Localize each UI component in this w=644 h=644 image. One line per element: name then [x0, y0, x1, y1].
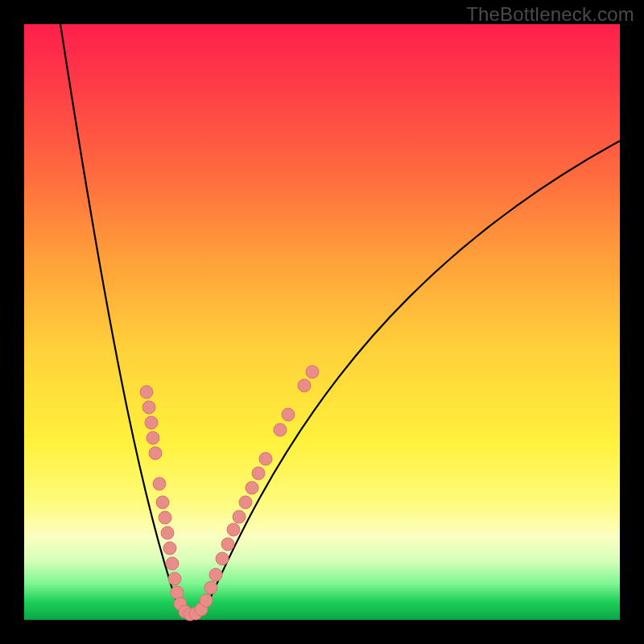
data-dot [282, 408, 295, 421]
data-dot [163, 542, 176, 555]
data-dot [156, 496, 169, 509]
data-dot [166, 557, 179, 570]
data-dot [159, 511, 171, 524]
data-dot [246, 481, 258, 494]
data-dot [216, 552, 229, 565]
data-dot [140, 386, 153, 398]
data-dot [142, 401, 155, 414]
data-dot [306, 365, 319, 378]
data-dot [171, 586, 184, 599]
watermark-text: TheBottleneck.com [466, 3, 634, 26]
data-dot [209, 568, 222, 581]
data-dot [274, 423, 287, 436]
data-dot [145, 416, 158, 429]
data-dot [149, 447, 162, 460]
data-dot [153, 477, 166, 490]
data-dot [227, 523, 240, 536]
data-dot [239, 496, 252, 509]
data-dot [252, 467, 265, 480]
data-dot [298, 379, 311, 392]
bottleneck-curve [60, 24, 620, 616]
data-dots [140, 365, 319, 621]
data-dot [147, 431, 159, 444]
data-dot [233, 510, 246, 523]
data-dot [200, 594, 213, 607]
plot-area [24, 24, 620, 620]
data-dot [221, 538, 234, 551]
data-dot [204, 581, 217, 594]
curve-svg [24, 24, 620, 620]
data-dot [161, 526, 174, 539]
chart-frame: TheBottleneck.com [0, 0, 644, 644]
data-dot [168, 572, 181, 585]
data-dot [259, 452, 272, 465]
